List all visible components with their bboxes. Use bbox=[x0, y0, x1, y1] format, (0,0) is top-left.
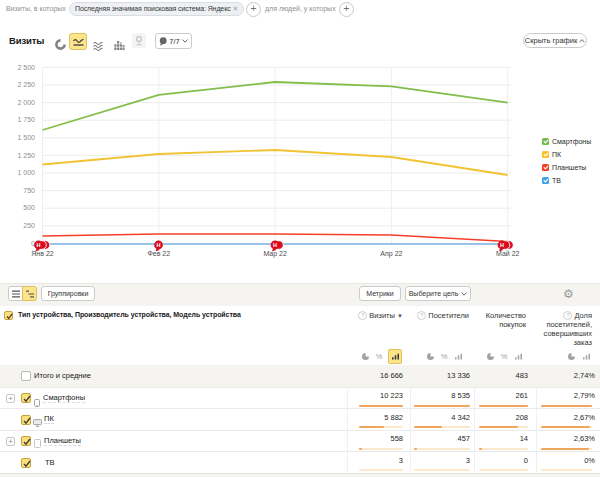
svg-text:250: 250 bbox=[23, 222, 35, 229]
svg-text:Апр 22: Апр 22 bbox=[380, 250, 402, 258]
svg-text:Планшеты: Планшеты bbox=[552, 164, 586, 171]
svg-text:ТВ: ТВ bbox=[552, 177, 561, 184]
svg-text:Н: Н bbox=[273, 242, 277, 248]
svg-text:750: 750 bbox=[23, 187, 35, 194]
svg-text:ПК: ПК bbox=[552, 151, 562, 158]
svg-text:2 500: 2 500 bbox=[17, 64, 35, 71]
svg-text:Мар 22: Мар 22 bbox=[263, 250, 287, 258]
svg-text:Н: Н bbox=[500, 242, 504, 248]
svg-text:Фев 22: Фев 22 bbox=[147, 250, 170, 257]
svg-text:1 250: 1 250 bbox=[17, 152, 35, 159]
svg-text:Н: Н bbox=[37, 242, 41, 248]
svg-text:500: 500 bbox=[23, 204, 35, 211]
svg-text:Смартфоны: Смартфоны bbox=[552, 138, 591, 146]
svg-text:2 250: 2 250 bbox=[17, 81, 35, 88]
svg-text:Н: Н bbox=[157, 242, 161, 248]
svg-text:1 750: 1 750 bbox=[17, 116, 35, 123]
svg-text:1 500: 1 500 bbox=[17, 134, 35, 141]
svg-text:Янв 22: Янв 22 bbox=[31, 250, 53, 257]
svg-text:2 000: 2 000 bbox=[17, 99, 35, 106]
svg-text:1 000: 1 000 bbox=[17, 169, 35, 176]
